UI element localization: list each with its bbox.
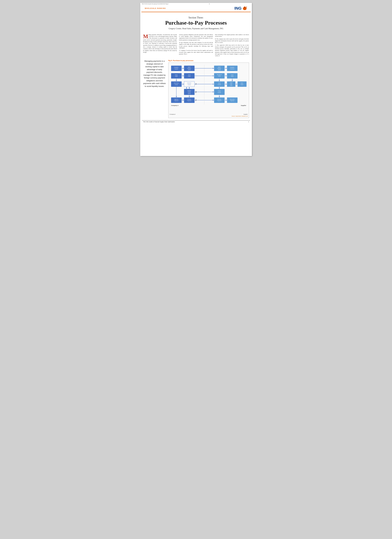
svg-text:Query: Query: [188, 93, 191, 94]
svg-text:Receive: Receive: [187, 82, 191, 84]
body-mid-para-1: currency payment obligations and time pa…: [179, 34, 213, 41]
svg-text:bution: bution: [241, 84, 244, 85]
diagram-footer: Company A Supplier: [170, 114, 248, 115]
svg-text:Invoice: Invoice: [218, 84, 221, 85]
svg-text:Payment: Payment: [174, 100, 178, 101]
page: TMI170 ING info plat 3:Info plat.qxt 01/…: [140, 3, 252, 156]
svg-text:Chase: Chase: [218, 90, 221, 91]
footer-left: TMI | ING Guide to Financial Supply Chai…: [143, 121, 175, 123]
body-column-left: Making payments efficiently, cost-effect…: [143, 34, 177, 58]
company-a-label: Company A: [170, 114, 176, 115]
svg-text:Order: Order: [231, 74, 234, 76]
footer-page-number: 1: [248, 121, 249, 123]
svg-text:Goods: Goods: [188, 91, 191, 93]
bottom-area: Managing payments is a strategic element…: [140, 57, 252, 118]
svg-text:Order: Order: [175, 76, 178, 77]
body-area: Making payments efficiently, cost-effect…: [140, 31, 252, 58]
svg-text:Payment: Payment: [230, 100, 234, 101]
strategic-text-block: Managing payments is a strategic element…: [143, 60, 166, 118]
drop-cap: M: [143, 34, 148, 38]
svg-text:Pricing /: Pricing /: [187, 68, 191, 69]
svg-text:Entry: Entry: [231, 76, 234, 77]
supplier-label: Supplier: [244, 114, 248, 115]
ing-logo-text: ING: [234, 6, 242, 11]
svg-text:ment: ment: [230, 85, 232, 86]
svg-text:Pricing /: Pricing /: [217, 68, 221, 69]
diagram-box: Establish Supplier Agree Pricing / terms…: [168, 63, 249, 118]
svg-text:Approve: Approve: [174, 99, 178, 100]
main-title: Purchase-to-Pay Processes: [146, 20, 246, 26]
svg-text:Payment: Payment: [187, 100, 191, 101]
svg-text:Customer: Customer: [230, 68, 234, 70]
body-right-para-1: time-consuming if the original purchase …: [215, 34, 249, 37]
wholesale-banking-label: WHOLESALE BANKING: [145, 8, 166, 9]
svg-text:A: A: [195, 83, 196, 85]
page-header: WHOLESALE BANKING ING: [141, 5, 251, 12]
svg-text:Reconcile: Reconcile: [230, 99, 234, 100]
svg-text:Order: Order: [230, 82, 233, 84]
page-footer: TMI | ING Guide to Financial Supply Chai…: [142, 120, 250, 123]
svg-text:Payment: Payment: [217, 100, 221, 101]
section-label: Section Three:: [146, 16, 246, 19]
svg-text:Company A: Company A: [171, 105, 178, 106]
svg-text:Send: Send: [188, 74, 190, 76]
svg-text:Order: Order: [218, 76, 221, 77]
svg-text:Receive: Receive: [217, 99, 221, 100]
ing-logo: ING: [234, 6, 247, 11]
svg-text:Agree: Agree: [188, 67, 191, 68]
svg-text:Process: Process: [187, 99, 191, 100]
svg-text:Fulfi-: Fulfi-: [230, 84, 232, 85]
svg-text:Supplier: Supplier: [241, 105, 246, 106]
body-mid-para-3: A. Company A receives the invoice from t…: [179, 49, 213, 55]
print-info-text: TMI170 ING info plat 3:Info plat.qxt 01/…: [142, 3, 169, 5]
author-line: Gregory Cronie, Head Sales, Payments and…: [146, 28, 246, 30]
diagram-container: Fig 6: Purchase-to-pay processes: [168, 60, 249, 118]
svg-text:Establish: Establish: [174, 67, 178, 68]
svg-text:Send: Send: [218, 82, 220, 84]
body-mid-para-2: As fig 6 illustrates, this time with Com…: [179, 42, 213, 49]
svg-text:Raise: Raise: [175, 74, 178, 76]
body-left-para: Making payments efficiently, cost-effect…: [143, 34, 177, 53]
svg-point-7: [245, 7, 245, 7]
body-column-right: time-consuming if the original purchase …: [215, 34, 249, 58]
svg-text:Distri-: Distri-: [241, 82, 244, 84]
print-info: TMI170 ING info plat 3:Info plat.qxt 01/…: [140, 3, 252, 5]
svg-text:Invoice: Invoice: [175, 84, 178, 85]
print-info-right: [250, 3, 250, 5]
svg-point-8: [244, 8, 246, 10]
svg-text:Invoice: Invoice: [187, 84, 191, 85]
svg-text:Invoice/: Invoice/: [187, 90, 191, 91]
flow-diagram-svg: Establish Supplier Agree Pricing / terms…: [170, 64, 248, 112]
print-target-symbol: ⊕: [209, 3, 210, 5]
svg-point-6: [244, 7, 245, 7]
svg-text:terms: terms: [188, 69, 191, 70]
svg-text:Order: Order: [188, 76, 191, 77]
svg-text:Invoice: Invoice: [218, 92, 221, 93]
svg-point-9: [246, 7, 247, 7]
svg-text:Supplier: Supplier: [174, 68, 178, 70]
diagram-title: Fig 6: Purchase-to-pay processes: [168, 60, 249, 61]
ing-lion-icon: [242, 6, 247, 11]
svg-text:terms: terms: [218, 69, 221, 70]
body-column-mid: currency payment obligations and time pa…: [179, 34, 213, 58]
svg-text:B: B: [195, 91, 196, 93]
body-right-para-2: B. The company may wish to query the inv…: [215, 38, 249, 43]
svg-text:Establish: Establish: [230, 67, 234, 68]
body-right-para-3: C. Once approved, which may need to be d…: [215, 44, 249, 57]
diagram-source: Source: Asymmetric Solutions Ltd: [170, 116, 248, 117]
svg-text:Agree: Agree: [218, 67, 221, 68]
svg-text:Reconcile: Reconcile: [174, 82, 179, 84]
title-section: Section Three: Purchase-to-Pay Processes…: [140, 12, 252, 31]
svg-text:Receipt of: Receipt of: [217, 74, 222, 75]
